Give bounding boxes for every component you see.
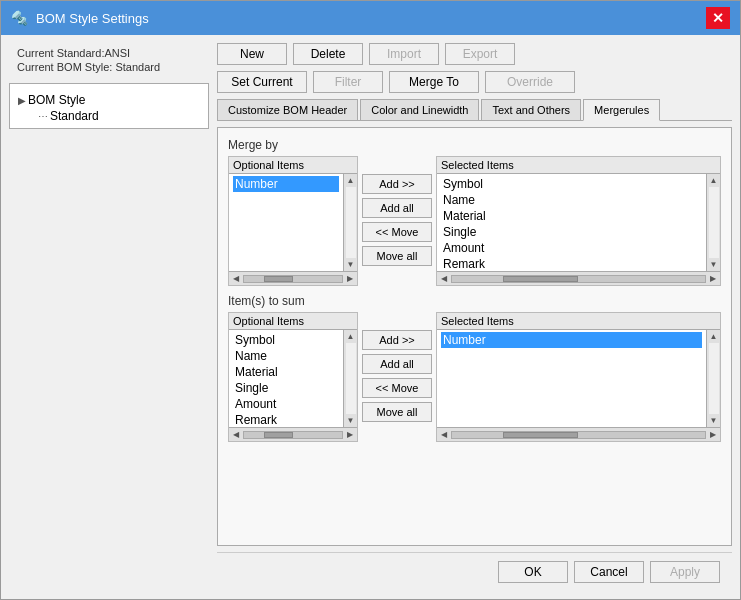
merge-add-all-button[interactable]: Add all — [362, 198, 432, 218]
sum-optional-hscroll[interactable]: ◀ ▶ — [229, 427, 357, 441]
tree-panel: ▶ BOM Style ⋯ Standard — [9, 83, 209, 129]
tab-text-others[interactable]: Text and Others — [481, 99, 581, 120]
items-to-sum-section: Item(s) to sum Optional Items Symbol Nam… — [228, 294, 721, 442]
scroll-track-v — [709, 343, 719, 414]
dialog-footer: OK Cancel Apply — [217, 552, 732, 591]
tab-mergerules[interactable]: Mergerules — [583, 99, 660, 121]
sum-selected-vscroll[interactable]: ▲ ▼ — [706, 330, 720, 427]
sum-move-button[interactable]: << Move — [362, 378, 432, 398]
sum-selected-inner: Number ▲ ▼ — [437, 330, 720, 427]
merge-selected-scroll[interactable]: Symbol Name Material Single Amount Remar… — [437, 174, 706, 271]
merge-selected-content: Symbol Name Material Single Amount Remar… — [437, 174, 706, 271]
scroll-right-icon[interactable]: ▶ — [708, 430, 718, 439]
merge-optional-list: Optional Items Number ▲ — [228, 156, 358, 286]
export-button[interactable]: Export — [445, 43, 515, 65]
scroll-down-icon[interactable]: ▼ — [710, 414, 718, 427]
info-labels: Current Standard:ANSI Current BOM Style:… — [9, 43, 209, 79]
merge-selected-list: Selected Items Symbol Name Material Sing… — [436, 156, 721, 286]
current-standard: Current Standard:ANSI — [17, 47, 201, 59]
list-item[interactable]: Symbol — [233, 332, 339, 348]
scroll-up-icon[interactable]: ▲ — [710, 174, 718, 187]
scroll-up-icon[interactable]: ▲ — [710, 330, 718, 343]
tree-child-label: Standard — [50, 109, 99, 123]
list-item[interactable]: Symbol — [441, 176, 702, 192]
list-item[interactable]: Number — [233, 176, 339, 192]
cancel-button[interactable]: Cancel — [574, 561, 644, 583]
list-item[interactable]: Remark — [441, 256, 702, 271]
tree-root-label: BOM Style — [28, 93, 85, 107]
list-item[interactable]: Single — [441, 224, 702, 240]
tree-item-root[interactable]: ▶ BOM Style — [14, 92, 204, 108]
sum-optional-scroll[interactable]: Symbol Name Material Single Amount Remar… — [229, 330, 343, 427]
scroll-track-v — [346, 187, 356, 258]
hscroll-track — [451, 431, 706, 439]
merge-to-button[interactable]: Merge To — [389, 71, 479, 93]
list-item[interactable]: Number — [441, 332, 702, 348]
import-button[interactable]: Import — [369, 43, 439, 65]
sum-move-all-button[interactable]: Move all — [362, 402, 432, 422]
toolbar-row-2: Set Current Filter Merge To Override — [217, 71, 732, 93]
merge-selected-hscroll[interactable]: ◀ ▶ — [437, 271, 720, 285]
scroll-right-icon[interactable]: ▶ — [345, 430, 355, 439]
override-button[interactable]: Override — [485, 71, 575, 93]
merge-move-all-button[interactable]: Move all — [362, 246, 432, 266]
scroll-track-v — [709, 187, 719, 258]
sum-add-all-button[interactable]: Add all — [362, 354, 432, 374]
filter-button[interactable]: Filter — [313, 71, 383, 93]
sum-selected-hscroll[interactable]: ◀ ▶ — [437, 427, 720, 441]
sum-optional-vscroll[interactable]: ▲ ▼ — [343, 330, 357, 427]
sum-optional-inner: Symbol Name Material Single Amount Remar… — [229, 330, 357, 427]
delete-button[interactable]: Delete — [293, 43, 363, 65]
dialog-body: Current Standard:ANSI Current BOM Style:… — [1, 35, 740, 599]
scroll-right-icon[interactable]: ▶ — [708, 274, 718, 283]
scroll-left-icon[interactable]: ◀ — [439, 430, 449, 439]
ok-button[interactable]: OK — [498, 561, 568, 583]
scroll-track-v — [346, 343, 356, 414]
scroll-down-icon[interactable]: ▼ — [347, 414, 355, 427]
sum-selected-scroll[interactable]: Number — [437, 330, 706, 427]
sum-selected-content: Number — [437, 330, 706, 350]
sum-selected-header: Selected Items — [437, 313, 720, 330]
toolbar-row: New Delete Import Export — [217, 43, 732, 65]
merge-optional-vscroll[interactable]: ▲ ▼ — [343, 174, 357, 271]
scroll-down-icon[interactable]: ▼ — [347, 258, 355, 271]
list-item[interactable]: Remark — [233, 412, 339, 427]
list-item[interactable]: Name — [441, 192, 702, 208]
merge-selected-vscroll[interactable]: ▲ ▼ — [706, 174, 720, 271]
list-item[interactable]: Single — [233, 380, 339, 396]
sum-add-button[interactable]: Add >> — [362, 330, 432, 350]
dialog-window: 🔩 BOM Style Settings ✕ Current Standard:… — [0, 0, 741, 600]
dialog-title: BOM Style Settings — [36, 11, 149, 26]
apply-button[interactable]: Apply — [650, 561, 720, 583]
close-button[interactable]: ✕ — [706, 7, 730, 29]
scroll-left-icon[interactable]: ◀ — [231, 430, 241, 439]
scroll-right-icon[interactable]: ▶ — [345, 274, 355, 283]
tree-expand-icon: ▶ — [18, 95, 26, 106]
merge-optional-hscroll[interactable]: ◀ ▶ — [229, 271, 357, 285]
new-button[interactable]: New — [217, 43, 287, 65]
tree-container: ▶ BOM Style ⋯ Standard — [14, 92, 204, 124]
list-item[interactable]: Material — [441, 208, 702, 224]
app-icon: 🔩 — [11, 10, 28, 26]
scroll-down-icon[interactable]: ▼ — [710, 258, 718, 271]
merge-add-button[interactable]: Add >> — [362, 174, 432, 194]
scroll-left-icon[interactable]: ◀ — [439, 274, 449, 283]
scroll-left-icon[interactable]: ◀ — [231, 274, 241, 283]
list-item[interactable]: Name — [233, 348, 339, 364]
tab-color-linewidth[interactable]: Color and Linewidth — [360, 99, 479, 120]
merge-optional-header: Optional Items — [229, 157, 357, 174]
left-panel: Current Standard:ANSI Current BOM Style:… — [9, 43, 209, 591]
list-item[interactable]: Amount — [233, 396, 339, 412]
tree-item-standard[interactable]: ⋯ Standard — [14, 108, 204, 124]
list-item[interactable]: Material — [233, 364, 339, 380]
set-current-button[interactable]: Set Current — [217, 71, 307, 93]
merge-move-button[interactable]: << Move — [362, 222, 432, 242]
merge-optional-scroll[interactable]: Number — [229, 174, 343, 271]
scroll-up-icon[interactable]: ▲ — [347, 330, 355, 343]
tab-customize-bom-header[interactable]: Customize BOM Header — [217, 99, 358, 120]
title-bar-left: 🔩 BOM Style Settings — [11, 10, 149, 26]
list-item[interactable]: Amount — [441, 240, 702, 256]
sum-selected-list: Selected Items Number ▲ — [436, 312, 721, 442]
hscroll-track — [243, 275, 343, 283]
scroll-up-icon[interactable]: ▲ — [347, 174, 355, 187]
